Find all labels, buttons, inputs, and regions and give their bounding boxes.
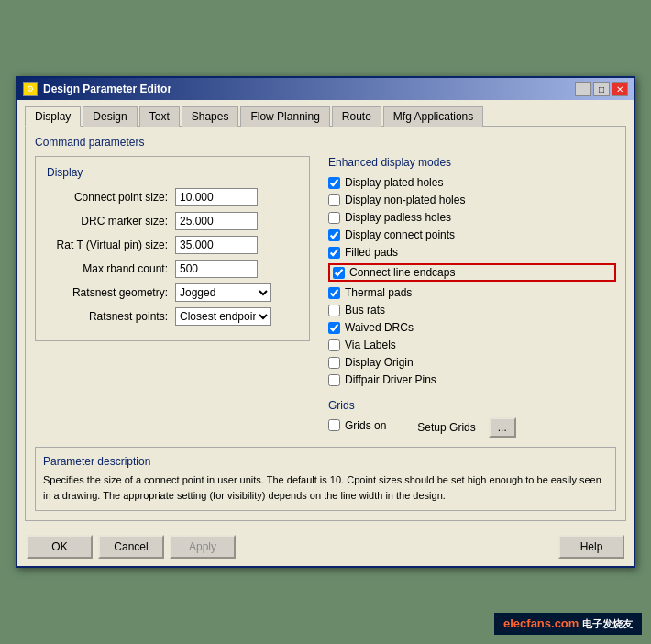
- ratsnest-points-row: Ratsnest points: Closest endpoint Any en…: [47, 307, 298, 326]
- tab-text[interactable]: Text: [139, 106, 180, 127]
- right-panel: Enhanced display modes Display plated ho…: [328, 156, 616, 438]
- tab-mfg-applications[interactable]: Mfg Applications: [383, 106, 483, 127]
- chk-waived-drcs[interactable]: [328, 322, 340, 334]
- label-display-plated-holes: Display plated holes: [345, 176, 443, 189]
- main-grid: Display Connect point size: DRC marker s…: [35, 156, 616, 438]
- footer-left-buttons: OK Cancel Apply: [27, 535, 236, 559]
- label-filled-pads: Filled pads: [345, 246, 398, 259]
- cancel-button[interactable]: Cancel: [98, 535, 164, 559]
- chk-connect-line-endcaps[interactable]: [333, 267, 345, 279]
- dialog-content: Display Design Text Shapes Flow Planning…: [17, 100, 634, 527]
- label-via-labels: Via Labels: [345, 339, 396, 351]
- label-waived-drcs: Waived DRCs: [345, 321, 414, 334]
- checkbox-thermal-pads: Thermal pads: [328, 286, 616, 299]
- param-description: Parameter description Specifies the size…: [35, 447, 616, 511]
- setup-grids-button[interactable]: ...: [489, 417, 516, 438]
- checkbox-diffpair-driver-pins: Diffpair Driver Pins: [328, 373, 616, 386]
- title-bar-left: ⚙ Design Parameter Editor: [23, 82, 171, 96]
- rat-t-label: Rat T (Virtual pin) size:: [47, 239, 175, 251]
- checkbox-display-connect-points: Display connect points: [328, 228, 616, 241]
- chk-display-plated-holes[interactable]: [328, 177, 340, 189]
- ok-button[interactable]: OK: [27, 535, 93, 559]
- max-rband-row: Max rband count:: [47, 260, 298, 278]
- rat-t-input[interactable]: [175, 236, 258, 254]
- label-connect-line-endcaps: Connect line endcaps: [349, 266, 455, 279]
- close-button[interactable]: ✕: [612, 82, 628, 96]
- watermark-text: elecfans.com: [503, 616, 579, 630]
- watermark: elecfans.com 电子发烧友: [494, 613, 642, 635]
- setup-grids-label: Setup Grids: [417, 421, 475, 434]
- apply-button[interactable]: Apply: [170, 535, 236, 559]
- rat-t-row: Rat T (Virtual pin) size:: [47, 236, 298, 254]
- help-button[interactable]: Help: [558, 535, 624, 559]
- window-icon: ⚙: [23, 82, 38, 96]
- ratsnest-geometry-row: Ratsnest geometry: Jogged Straight: [47, 283, 298, 302]
- chk-diffpair-driver-pins[interactable]: [328, 374, 340, 386]
- ratsnest-points-label: Ratsnest points:: [47, 310, 175, 323]
- display-box: Display Connect point size: DRC marker s…: [35, 156, 310, 341]
- chk-filled-pads[interactable]: [328, 247, 340, 259]
- checkbox-connect-line-endcaps: Connect line endcaps: [328, 263, 616, 282]
- connect-point-input[interactable]: [175, 188, 258, 206]
- ratsnest-geometry-label: Ratsnest geometry:: [47, 286, 175, 299]
- ratsnest-points-select[interactable]: Closest endpoint Any endpoint: [175, 307, 271, 326]
- chk-bus-rats[interactable]: [328, 305, 340, 316]
- checkbox-filled-pads: Filled pads: [328, 246, 616, 259]
- label-display-connect-points: Display connect points: [345, 228, 455, 241]
- checkbox-display-padless-holes: Display padless holes: [328, 211, 616, 224]
- watermark-suffix: 电子发烧友: [582, 618, 633, 629]
- ratsnest-geometry-select[interactable]: Jogged Straight: [175, 283, 271, 302]
- chk-thermal-pads[interactable]: [328, 287, 340, 299]
- tab-bar: Display Design Text Shapes Flow Planning…: [25, 105, 626, 127]
- title-bar: ⚙ Design Parameter Editor _ □ ✕: [17, 78, 634, 100]
- max-rband-label: Max rband count:: [47, 262, 175, 275]
- chk-display-origin[interactable]: [328, 357, 340, 369]
- grids-on-label: Grids on: [345, 419, 386, 432]
- checkbox-display-plated-holes: Display plated holes: [328, 176, 616, 189]
- grids-section: Grids Grids on Setup Grids ...: [328, 399, 616, 438]
- tab-design[interactable]: Design: [83, 106, 137, 127]
- checkbox-display-origin: Display Origin: [328, 356, 616, 369]
- command-params-label: Command parameters: [35, 136, 616, 149]
- connect-point-label: Connect point size:: [47, 191, 175, 204]
- title-buttons: _ □ ✕: [575, 82, 628, 96]
- drc-marker-row: DRC marker size:: [47, 212, 298, 230]
- label-bus-rats: Bus rats: [345, 304, 385, 316]
- max-rband-input[interactable]: [175, 260, 258, 278]
- drc-marker-label: DRC marker size:: [47, 215, 175, 228]
- minimize-button[interactable]: _: [575, 82, 591, 96]
- grids-on-checkbox-row: Grids on: [328, 419, 386, 432]
- grids-row: Grids on Setup Grids ...: [328, 417, 616, 438]
- label-diffpair-driver-pins: Diffpair Driver Pins: [345, 373, 436, 386]
- chk-display-non-plated-holes[interactable]: [328, 194, 340, 206]
- tab-display[interactable]: Display: [25, 106, 81, 127]
- enhanced-title: Enhanced display modes: [328, 156, 616, 169]
- left-panel: Display Connect point size: DRC marker s…: [35, 156, 310, 438]
- checkbox-via-labels: Via Labels: [328, 339, 616, 351]
- param-desc-text: Specifies the size of a connect point in…: [43, 472, 608, 503]
- checkbox-display-non-plated-holes: Display non-plated holes: [328, 194, 616, 206]
- label-display-non-plated-holes: Display non-plated holes: [345, 194, 465, 206]
- chk-grids-on[interactable]: [328, 419, 340, 431]
- connect-point-row: Connect point size:: [47, 188, 298, 206]
- chk-via-labels[interactable]: [328, 339, 340, 351]
- tab-flow-planning[interactable]: Flow Planning: [240, 106, 329, 127]
- chk-display-connect-points[interactable]: [328, 229, 340, 241]
- display-section-label: Display: [47, 166, 298, 179]
- display-panel: Command parameters Display Connect point…: [25, 127, 626, 521]
- grids-title: Grids: [328, 399, 616, 412]
- maximize-button[interactable]: □: [593, 82, 610, 96]
- label-display-origin: Display Origin: [345, 356, 414, 369]
- chk-display-padless-holes[interactable]: [328, 212, 340, 224]
- checkbox-waived-drcs: Waived DRCs: [328, 321, 616, 334]
- tab-shapes[interactable]: Shapes: [182, 106, 239, 127]
- checkbox-bus-rats: Bus rats: [328, 304, 616, 316]
- main-window: ⚙ Design Parameter Editor _ □ ✕ Display …: [16, 76, 635, 568]
- tab-route[interactable]: Route: [332, 106, 381, 127]
- label-display-padless-holes: Display padless holes: [345, 211, 451, 224]
- drc-marker-input[interactable]: [175, 212, 258, 230]
- param-desc-title: Parameter description: [43, 455, 608, 468]
- label-thermal-pads: Thermal pads: [345, 286, 412, 299]
- dialog-footer: OK Cancel Apply Help: [17, 527, 634, 566]
- window-title: Design Parameter Editor: [43, 83, 171, 95]
